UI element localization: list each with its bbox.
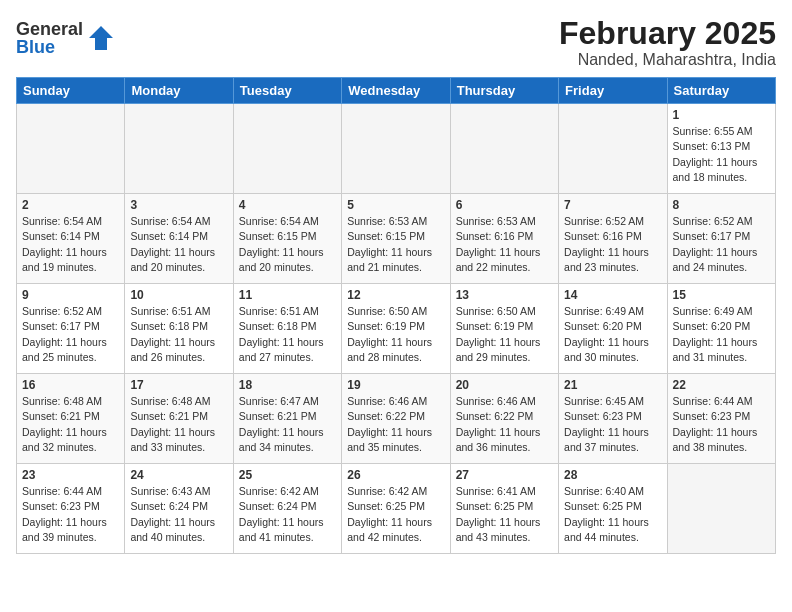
day-number: 12 — [347, 288, 444, 302]
calendar-cell — [17, 104, 125, 194]
day-info: Sunrise: 6:45 AMSunset: 6:23 PMDaylight:… — [564, 394, 661, 455]
calendar-week-row: 1Sunrise: 6:55 AMSunset: 6:13 PMDaylight… — [17, 104, 776, 194]
calendar-cell: 25Sunrise: 6:42 AMSunset: 6:24 PMDayligh… — [233, 464, 341, 554]
day-number: 2 — [22, 198, 119, 212]
day-info: Sunrise: 6:40 AMSunset: 6:25 PMDaylight:… — [564, 484, 661, 545]
day-info: Sunrise: 6:54 AMSunset: 6:14 PMDaylight:… — [130, 214, 227, 275]
day-info: Sunrise: 6:55 AMSunset: 6:13 PMDaylight:… — [673, 124, 770, 185]
day-number: 24 — [130, 468, 227, 482]
calendar-cell: 13Sunrise: 6:50 AMSunset: 6:19 PMDayligh… — [450, 284, 558, 374]
calendar-cell: 19Sunrise: 6:46 AMSunset: 6:22 PMDayligh… — [342, 374, 450, 464]
day-number: 22 — [673, 378, 770, 392]
day-number: 1 — [673, 108, 770, 122]
calendar-week-row: 23Sunrise: 6:44 AMSunset: 6:23 PMDayligh… — [17, 464, 776, 554]
calendar-cell: 22Sunrise: 6:44 AMSunset: 6:23 PMDayligh… — [667, 374, 775, 464]
day-number: 10 — [130, 288, 227, 302]
main-title: February 2025 — [559, 16, 776, 51]
calendar-cell: 16Sunrise: 6:48 AMSunset: 6:21 PMDayligh… — [17, 374, 125, 464]
day-info: Sunrise: 6:44 AMSunset: 6:23 PMDaylight:… — [22, 484, 119, 545]
weekday-header-saturday: Saturday — [667, 78, 775, 104]
day-number: 25 — [239, 468, 336, 482]
calendar-cell: 5Sunrise: 6:53 AMSunset: 6:15 PMDaylight… — [342, 194, 450, 284]
day-number: 5 — [347, 198, 444, 212]
day-info: Sunrise: 6:42 AMSunset: 6:25 PMDaylight:… — [347, 484, 444, 545]
day-info: Sunrise: 6:49 AMSunset: 6:20 PMDaylight:… — [564, 304, 661, 365]
day-number: 20 — [456, 378, 553, 392]
sub-title: Nanded, Maharashtra, India — [559, 51, 776, 69]
day-number: 7 — [564, 198, 661, 212]
day-info: Sunrise: 6:48 AMSunset: 6:21 PMDaylight:… — [130, 394, 227, 455]
day-number: 11 — [239, 288, 336, 302]
calendar-cell: 7Sunrise: 6:52 AMSunset: 6:16 PMDaylight… — [559, 194, 667, 284]
day-info: Sunrise: 6:46 AMSunset: 6:22 PMDaylight:… — [456, 394, 553, 455]
calendar-cell: 17Sunrise: 6:48 AMSunset: 6:21 PMDayligh… — [125, 374, 233, 464]
weekday-header-monday: Monday — [125, 78, 233, 104]
calendar-cell: 21Sunrise: 6:45 AMSunset: 6:23 PMDayligh… — [559, 374, 667, 464]
day-info: Sunrise: 6:48 AMSunset: 6:21 PMDaylight:… — [22, 394, 119, 455]
day-number: 3 — [130, 198, 227, 212]
day-info: Sunrise: 6:43 AMSunset: 6:24 PMDaylight:… — [130, 484, 227, 545]
calendar-week-row: 2Sunrise: 6:54 AMSunset: 6:14 PMDaylight… — [17, 194, 776, 284]
calendar-cell: 26Sunrise: 6:42 AMSunset: 6:25 PMDayligh… — [342, 464, 450, 554]
title-area: February 2025 Nanded, Maharashtra, India — [559, 16, 776, 69]
calendar-cell: 10Sunrise: 6:51 AMSunset: 6:18 PMDayligh… — [125, 284, 233, 374]
calendar-cell — [233, 104, 341, 194]
logo: General Blue — [16, 20, 115, 56]
day-info: Sunrise: 6:54 AMSunset: 6:15 PMDaylight:… — [239, 214, 336, 275]
day-number: 13 — [456, 288, 553, 302]
day-number: 28 — [564, 468, 661, 482]
calendar-cell: 4Sunrise: 6:54 AMSunset: 6:15 PMDaylight… — [233, 194, 341, 284]
calendar-table: SundayMondayTuesdayWednesdayThursdayFrid… — [16, 77, 776, 554]
day-number: 23 — [22, 468, 119, 482]
day-number: 4 — [239, 198, 336, 212]
calendar-cell: 15Sunrise: 6:49 AMSunset: 6:20 PMDayligh… — [667, 284, 775, 374]
calendar-cell: 14Sunrise: 6:49 AMSunset: 6:20 PMDayligh… — [559, 284, 667, 374]
day-info: Sunrise: 6:44 AMSunset: 6:23 PMDaylight:… — [673, 394, 770, 455]
logo-icon — [87, 24, 115, 52]
calendar-cell: 27Sunrise: 6:41 AMSunset: 6:25 PMDayligh… — [450, 464, 558, 554]
calendar-cell: 11Sunrise: 6:51 AMSunset: 6:18 PMDayligh… — [233, 284, 341, 374]
calendar-cell: 20Sunrise: 6:46 AMSunset: 6:22 PMDayligh… — [450, 374, 558, 464]
calendar-cell: 1Sunrise: 6:55 AMSunset: 6:13 PMDaylight… — [667, 104, 775, 194]
calendar-cell — [559, 104, 667, 194]
calendar-cell: 9Sunrise: 6:52 AMSunset: 6:17 PMDaylight… — [17, 284, 125, 374]
calendar-cell: 18Sunrise: 6:47 AMSunset: 6:21 PMDayligh… — [233, 374, 341, 464]
calendar-week-row: 9Sunrise: 6:52 AMSunset: 6:17 PMDaylight… — [17, 284, 776, 374]
weekday-header-thursday: Thursday — [450, 78, 558, 104]
day-info: Sunrise: 6:51 AMSunset: 6:18 PMDaylight:… — [130, 304, 227, 365]
calendar-cell: 12Sunrise: 6:50 AMSunset: 6:19 PMDayligh… — [342, 284, 450, 374]
day-info: Sunrise: 6:54 AMSunset: 6:14 PMDaylight:… — [22, 214, 119, 275]
calendar-cell: 8Sunrise: 6:52 AMSunset: 6:17 PMDaylight… — [667, 194, 775, 284]
day-number: 8 — [673, 198, 770, 212]
calendar-cell: 6Sunrise: 6:53 AMSunset: 6:16 PMDaylight… — [450, 194, 558, 284]
weekday-header-tuesday: Tuesday — [233, 78, 341, 104]
day-number: 19 — [347, 378, 444, 392]
day-info: Sunrise: 6:42 AMSunset: 6:24 PMDaylight:… — [239, 484, 336, 545]
day-number: 21 — [564, 378, 661, 392]
calendar-cell — [450, 104, 558, 194]
day-info: Sunrise: 6:50 AMSunset: 6:19 PMDaylight:… — [456, 304, 553, 365]
day-info: Sunrise: 6:41 AMSunset: 6:25 PMDaylight:… — [456, 484, 553, 545]
day-number: 27 — [456, 468, 553, 482]
day-info: Sunrise: 6:49 AMSunset: 6:20 PMDaylight:… — [673, 304, 770, 365]
day-number: 16 — [22, 378, 119, 392]
day-info: Sunrise: 6:53 AMSunset: 6:15 PMDaylight:… — [347, 214, 444, 275]
day-info: Sunrise: 6:52 AMSunset: 6:16 PMDaylight:… — [564, 214, 661, 275]
day-number: 26 — [347, 468, 444, 482]
weekday-header-friday: Friday — [559, 78, 667, 104]
logo-general: General — [16, 20, 83, 38]
calendar-cell — [667, 464, 775, 554]
calendar-cell: 2Sunrise: 6:54 AMSunset: 6:14 PMDaylight… — [17, 194, 125, 284]
calendar-cell — [342, 104, 450, 194]
day-info: Sunrise: 6:46 AMSunset: 6:22 PMDaylight:… — [347, 394, 444, 455]
weekday-header-wednesday: Wednesday — [342, 78, 450, 104]
day-info: Sunrise: 6:51 AMSunset: 6:18 PMDaylight:… — [239, 304, 336, 365]
logo-blue: Blue — [16, 38, 83, 56]
calendar-cell: 23Sunrise: 6:44 AMSunset: 6:23 PMDayligh… — [17, 464, 125, 554]
day-number: 18 — [239, 378, 336, 392]
day-number: 17 — [130, 378, 227, 392]
calendar-cell: 28Sunrise: 6:40 AMSunset: 6:25 PMDayligh… — [559, 464, 667, 554]
header: General Blue February 2025 Nanded, Mahar… — [16, 16, 776, 69]
day-info: Sunrise: 6:52 AMSunset: 6:17 PMDaylight:… — [673, 214, 770, 275]
calendar-cell — [125, 104, 233, 194]
